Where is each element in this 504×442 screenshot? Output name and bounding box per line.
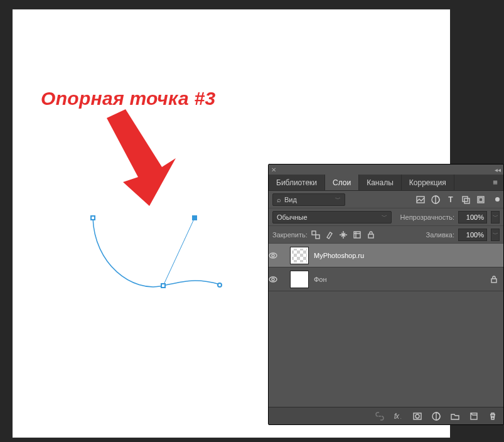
chevron-down-icon: ﹀ — [382, 213, 387, 221]
layer-thumbnail[interactable] — [290, 247, 309, 264]
filter-shape-icon[interactable] — [461, 195, 470, 204]
filter-type-icon[interactable]: T — [446, 195, 455, 204]
group-icon[interactable] — [451, 412, 459, 421]
svg-rect-4 — [463, 197, 468, 202]
tab-label: Слои — [333, 178, 351, 187]
filter-adjust-icon[interactable] — [431, 195, 440, 204]
svg-point-13 — [272, 254, 274, 257]
visibility-toggle[interactable] — [269, 251, 286, 260]
eye-icon — [269, 275, 277, 284]
layers-list: MyPhotoshop.ru Фон — [269, 244, 503, 291]
eye-icon — [269, 251, 277, 260]
direction-handle[interactable] — [217, 283, 222, 288]
lock-row: Закрепить: Заливка: 100% ﹀ — [269, 226, 503, 244]
panel-tabs: Библиотеки Слои Каналы Коррекция ≡ — [269, 175, 503, 191]
panel-menu-icon[interactable]: ≡ — [487, 175, 503, 190]
layer-name[interactable]: Фон — [314, 276, 327, 283]
svg-line-1 — [163, 218, 195, 286]
anchor-point-1[interactable] — [90, 215, 95, 220]
svg-rect-5 — [464, 198, 469, 203]
visibility-toggle[interactable] — [269, 275, 286, 284]
tab-channels[interactable]: Каналы — [359, 175, 402, 190]
tab-adjustments[interactable]: Коррекция — [402, 175, 454, 190]
annotation-text: Опорная точка #3 — [41, 88, 215, 109]
trash-icon[interactable] — [488, 412, 497, 421]
link-layers-icon[interactable] — [375, 412, 384, 421]
lock-all-icon[interactable] — [367, 230, 375, 239]
blend-row: Обычные ﹀ Непрозрачность: 100% ﹀ — [269, 208, 503, 226]
lock-icon[interactable] — [490, 275, 498, 284]
fx-icon[interactable]: fx﹒ — [394, 412, 403, 421]
opacity-stepper[interactable]: ﹀ — [491, 211, 500, 224]
layer-row[interactable]: Фон — [269, 267, 503, 291]
anchor-point-3[interactable] — [192, 215, 197, 220]
mask-icon[interactable] — [413, 412, 422, 421]
svg-point-12 — [269, 253, 277, 258]
close-icon[interactable]: ✕ — [271, 166, 276, 173]
anchor-point-2[interactable] — [161, 283, 166, 288]
chevron-down-icon: ﹀ — [335, 195, 341, 203]
tab-layers[interactable]: Слои — [325, 175, 359, 190]
panel-bottom-toolbar: fx﹒ — [269, 407, 503, 424]
svg-point-15 — [272, 278, 274, 281]
filter-label: Вид — [284, 196, 297, 203]
opacity-input[interactable]: 100% — [458, 211, 487, 224]
blend-mode-value: Обычные — [277, 213, 308, 221]
blend-mode-select[interactable]: Обычные ﹀ — [272, 211, 392, 224]
svg-rect-10 — [354, 232, 360, 238]
svg-rect-7 — [479, 198, 483, 202]
adjustment-layer-icon[interactable] — [432, 412, 441, 421]
svg-rect-16 — [491, 279, 496, 283]
tab-libraries[interactable]: Библиотеки — [269, 175, 325, 190]
lock-position-icon[interactable] — [339, 230, 348, 239]
opacity-label: Непрозрачность: — [400, 213, 454, 221]
svg-rect-11 — [368, 234, 373, 238]
svg-rect-8 — [312, 231, 316, 235]
tab-label: Коррекция — [409, 178, 446, 187]
layer-thumbnail[interactable] — [290, 271, 309, 288]
lock-artboard-icon[interactable] — [353, 230, 362, 239]
panel-titlebar[interactable]: ✕ ◂◂ — [269, 164, 503, 175]
lock-transparency-icon[interactable] — [311, 230, 320, 239]
lock-pixels-icon[interactable] — [325, 230, 334, 239]
fill-label: Заливка: — [426, 231, 454, 239]
svg-point-18 — [416, 414, 419, 418]
fill-input[interactable]: 100% — [458, 229, 487, 241]
search-icon: ⌕ — [277, 196, 281, 203]
tab-label: Каналы — [367, 178, 394, 187]
tab-label: Библиотеки — [276, 178, 317, 187]
svg-rect-2 — [417, 197, 424, 203]
opacity-value: 100% — [466, 213, 484, 221]
layer-filter-select[interactable]: ⌕ Вид ﹀ — [272, 193, 345, 206]
fill-stepper[interactable]: ﹀ — [491, 229, 500, 241]
filter-toggle[interactable] — [495, 197, 500, 202]
layer-name[interactable]: MyPhotoshop.ru — [314, 252, 364, 259]
layers-panel: ✕ ◂◂ Библиотеки Слои Каналы Коррекция ≡ … — [269, 164, 503, 424]
filter-row: ⌕ Вид ﹀ T — [269, 191, 503, 208]
fill-value: 100% — [466, 231, 484, 239]
svg-point-14 — [269, 277, 277, 282]
new-layer-icon[interactable] — [469, 412, 478, 421]
filter-smart-icon[interactable] — [476, 195, 485, 204]
collapse-icon[interactable]: ◂◂ — [495, 166, 501, 173]
filter-image-icon[interactable] — [416, 195, 425, 204]
svg-marker-0 — [107, 109, 176, 206]
pen-path[interactable] — [88, 210, 239, 311]
lock-label: Закрепить: — [272, 231, 308, 239]
svg-rect-9 — [316, 235, 319, 239]
layer-row[interactable]: MyPhotoshop.ru — [269, 244, 503, 267]
